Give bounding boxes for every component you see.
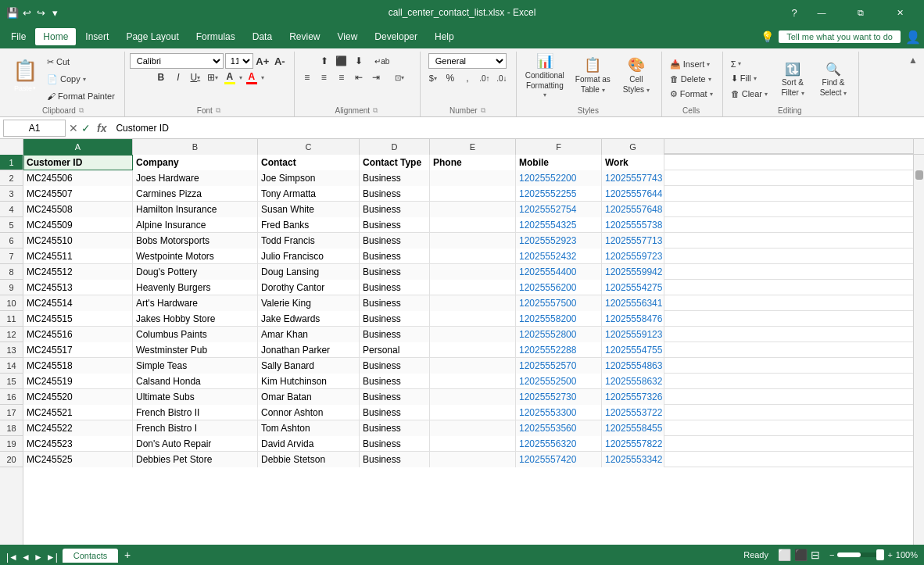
add-sheet-button[interactable]: +	[120, 547, 135, 563]
data-cell[interactable]: Personal	[360, 342, 430, 358]
confirm-icon[interactable]: ✓	[81, 122, 91, 134]
data-cell[interactable]: Joes Hardware	[133, 170, 258, 186]
data-cell[interactable]: 12025553300	[516, 405, 602, 420]
data-cell[interactable]: Business	[360, 311, 430, 327]
data-cell[interactable]: Todd Francis	[258, 233, 360, 249]
data-cell[interactable]: Alpine Insurance	[133, 217, 258, 233]
percent-button[interactable]: %	[442, 70, 458, 86]
data-cell[interactable]: 12025552200	[516, 170, 602, 186]
data-cell[interactable]: 12025557743	[602, 170, 664, 186]
data-cell[interactable]: 12025552800	[516, 327, 602, 342]
help-icon[interactable]: ?	[788, 6, 800, 19]
row-header-3[interactable]: 3	[0, 186, 23, 202]
data-cell[interactable]: 12025557644	[602, 186, 664, 202]
data-cell[interactable]: Business	[360, 249, 430, 264]
format-dropdown-button[interactable]: ⚙ Format ▾	[667, 87, 716, 101]
data-cell[interactable]: Susan White	[258, 202, 360, 217]
data-cell[interactable]	[430, 420, 516, 436]
data-cell[interactable]: 12025558632	[602, 374, 664, 389]
data-cell[interactable]: 12025554400	[516, 264, 602, 280]
data-cell[interactable]: Customer ID	[23, 155, 133, 170]
data-cell[interactable]: Calsand Honda	[133, 374, 258, 389]
data-cell[interactable]: Business	[360, 327, 430, 342]
data-cell[interactable]	[430, 186, 516, 202]
page-layout-view-button[interactable]: ⬛	[794, 549, 808, 561]
data-cell[interactable]: Simple Teas	[133, 358, 258, 374]
data-cell[interactable]: Ultimate Subs	[133, 389, 258, 405]
row-header-17[interactable]: 17	[0, 405, 23, 420]
menu-data[interactable]: Data	[245, 28, 280, 45]
close-button[interactable]: ✕	[882, 0, 918, 25]
data-cell[interactable]: MC245521	[23, 405, 133, 420]
copy-button[interactable]: 📄 Copy ▾	[44, 71, 118, 87]
row-header-20[interactable]: 20	[0, 452, 23, 467]
data-cell[interactable]: MC245508	[23, 202, 133, 217]
next-sheet-button[interactable]: ►	[34, 552, 43, 563]
row-header-6[interactable]: 6	[0, 233, 23, 249]
autosum-button[interactable]: Σ ▾	[728, 57, 771, 70]
data-cell[interactable]: 12025552754	[516, 202, 602, 217]
border-button[interactable]: ⊞ ▾	[205, 70, 220, 85]
col-header-e[interactable]: E	[430, 139, 516, 155]
menu-page-layout[interactable]: Page Layout	[118, 28, 186, 45]
data-cell[interactable]: Heavenly Burgers	[133, 280, 258, 295]
data-cell[interactable]: 12025552432	[516, 249, 602, 264]
font-color-dropdown[interactable]: ▾	[261, 74, 264, 81]
data-cell[interactable]: Business	[360, 233, 430, 249]
normal-view-button[interactable]: ⬜	[778, 549, 791, 561]
data-cell[interactable]: 12025558200	[516, 311, 602, 327]
font-increase-button[interactable]: A+	[255, 53, 270, 69]
col-header-a[interactable]: A	[23, 139, 133, 155]
data-cell[interactable]: Dorothy Cantor	[258, 280, 360, 295]
data-cell[interactable]: Tom Ashton	[258, 420, 360, 436]
last-sheet-button[interactable]: ►|	[46, 552, 58, 563]
data-cell[interactable]: Jake Edwards	[258, 311, 360, 327]
data-cell[interactable]: 12025553560	[516, 420, 602, 436]
restore-button[interactable]: ⧉	[843, 0, 879, 25]
data-cell[interactable]	[430, 374, 516, 389]
number-format-select[interactable]: General	[428, 53, 507, 69]
data-cell[interactable]: 12025552730	[516, 389, 602, 405]
row-header-1[interactable]: 1	[0, 155, 23, 170]
align-center-button[interactable]: ≡	[317, 70, 332, 85]
data-cell[interactable]: 12025559723	[602, 249, 664, 264]
data-cell[interactable]	[430, 295, 516, 311]
data-cell[interactable]: Business	[360, 374, 430, 389]
data-cell[interactable]: 12025553722	[602, 405, 664, 420]
data-cell[interactable]: 12025555738	[602, 217, 664, 233]
menu-developer[interactable]: Developer	[367, 28, 425, 45]
data-cell[interactable]: Business	[360, 358, 430, 374]
insert-dropdown-button[interactable]: 📥 Insert ▾	[667, 57, 716, 71]
data-cell[interactable]: 12025558476	[602, 311, 664, 327]
data-cell[interactable]: MC245519	[23, 374, 133, 389]
align-bottom-button[interactable]: ⬇	[351, 53, 367, 69]
data-cell[interactable]	[430, 233, 516, 249]
font-family-select[interactable]: Calibri	[130, 53, 224, 69]
data-cell[interactable]: Business	[360, 295, 430, 311]
save-icon[interactable]: 💾	[6, 6, 19, 19]
indent-increase-button[interactable]: ⇥	[368, 70, 384, 85]
row-header-9[interactable]: 9	[0, 280, 23, 295]
delete-dropdown-button[interactable]: 🗑 Delete ▾	[667, 72, 716, 86]
data-cell[interactable]: 12025557713	[602, 233, 664, 249]
accounting-button[interactable]: $▾	[425, 70, 441, 86]
data-cell[interactable]: Don's Auto Repair	[133, 436, 258, 452]
data-cell[interactable]: French Bistro I	[133, 420, 258, 436]
font-color-button[interactable]: A	[244, 70, 260, 85]
minimize-button[interactable]: —	[804, 0, 840, 25]
align-top-button[interactable]: ⬆	[317, 53, 332, 69]
conditional-formatting-button[interactable]: 📊 Conditional Formatting ▾	[521, 53, 568, 97]
comma-button[interactable]: ,	[460, 70, 475, 86]
data-cell[interactable]: MC245507	[23, 186, 133, 202]
sheet-tab-contacts[interactable]: Contacts	[63, 549, 118, 563]
sort-filter-button[interactable]: 🔃 Sort & Filter ▾	[774, 57, 811, 101]
italic-button[interactable]: I	[170, 70, 186, 85]
data-cell[interactable]: Business	[360, 436, 430, 452]
data-cell[interactable]: MC245520	[23, 389, 133, 405]
col-header-f[interactable]: F	[516, 139, 602, 155]
data-cell[interactable]: Business	[360, 405, 430, 420]
tell-me-search[interactable]: Tell me what you want to do	[779, 30, 901, 43]
data-cell[interactable]: MC245523	[23, 436, 133, 452]
paste-button[interactable]: 📋 Paste ▾	[8, 53, 42, 97]
data-cell[interactable]: Doug's Pottery	[133, 264, 258, 280]
